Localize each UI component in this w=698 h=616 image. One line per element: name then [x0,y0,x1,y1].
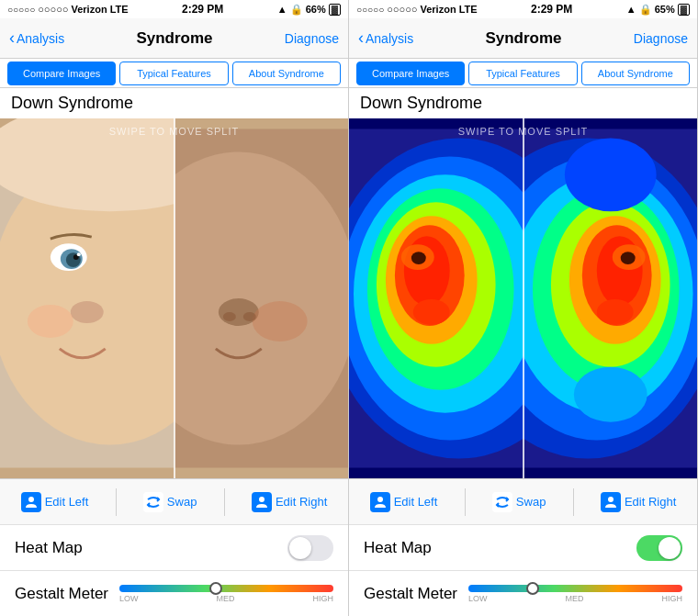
swap-button-left[interactable]: Swap [136,488,205,516]
heatmap-toggle-right[interactable] [636,535,682,561]
gestalt-labels-left: LOW MED HIGH [119,594,333,603]
status-battery-left: ▲ 🔒 66% ▓ [277,4,341,16]
svg-point-8 [71,301,104,323]
tab-about-syndrome-left[interactable]: About Syndrome [232,62,341,85]
person-icon-right-left [255,496,268,509]
svg-point-14 [222,312,235,321]
nav-title-right: Syndrome [485,29,561,48]
edit-right-icon-left [252,492,272,512]
split-line-right [523,118,524,478]
tab-compare-images-left[interactable]: Compare Images [7,62,116,85]
right-phone-panel: ○○○○○ ○○○○○ Verizon LTE 2:29 PM ▲ 🔒 65% … [349,0,698,616]
tab-typical-features-left[interactable]: Typical Features [119,62,228,85]
syndrome-title-left: Down Syndrome [0,88,348,118]
battery-icon-right: ▓ [678,4,690,16]
divider-1-left [116,488,117,516]
svg-point-45 [608,497,614,502]
tab-bar-right: Compare Images Typical Features About Sy… [349,59,697,88]
swap-label-right: Swap [516,495,546,509]
gestalt-row-right: Gestalt Meter LOW MED HIGH [349,570,697,616]
edit-right-button-left[interactable]: Edit Right [244,488,334,516]
action-row-right: Edit Left Swap Edit Right [349,478,697,524]
action-row-left: Edit Left Swap Edit Right [0,478,348,524]
svg-point-40 [620,252,635,264]
swap-label-left: Swap [167,495,197,509]
face-svg-left [0,118,174,478]
svg-point-9 [28,305,73,338]
edit-left-label: Edit Left [45,495,89,509]
gestalt-label-right: Gestalt Meter [364,585,457,603]
swap-icon-right [492,492,512,512]
gestalt-bar-right [468,585,682,592]
edit-right-label-right: Edit Right [625,495,676,509]
battery-percent-right: 65% [655,4,675,15]
person-icon-right-right [604,496,617,509]
carrier-text-left: ○○○○○ Verizon LTE [38,4,128,15]
gps-icon-right: ▲ [626,4,636,15]
gestalt-high-label-left: HIGH [313,594,334,603]
person-icon-left-right [374,496,387,509]
gestalt-med-label-left: MED [217,594,235,603]
swipe-hint-left: SWIPE TO MOVE SPLIT [109,126,239,137]
edit-left-button[interactable]: Edit Left [14,488,96,516]
gestalt-low-label-left: LOW [119,594,139,603]
chevron-left-icon: ‹ [9,28,15,48]
edit-right-button-right[interactable]: Edit Right [593,488,683,516]
gestalt-indicator-right [526,582,539,595]
status-time-right: 2:29 PM [531,3,572,16]
heatmap-label-right: Heat Map [364,539,432,557]
status-time-left: 2:29 PM [182,3,223,16]
tab-compare-images-right[interactable]: Compare Images [356,62,465,85]
split-line-left [174,118,175,478]
gestalt-bar-left [119,585,333,592]
gestalt-indicator-left [209,582,222,595]
image-area-right[interactable]: SWIPE TO MOVE SPLIT [349,118,697,478]
tab-about-syndrome-right[interactable]: About Syndrome [581,62,690,85]
toggle-thumb-right [659,537,681,559]
gestalt-label-left: Gestalt Meter [15,585,108,603]
edit-right-icon-right [601,492,621,512]
gestalt-bar-container-right: LOW MED HIGH [468,585,682,603]
diagnose-button-right[interactable]: Diagnose [634,31,688,46]
edit-left-button-right[interactable]: Edit Left [363,488,445,516]
gestalt-labels-right: LOW MED HIGH [468,594,682,603]
swap-arrows-icon-right [494,494,511,510]
left-phone-panel: ○○○○○ ○○○○○ Verizon LTE 2:29 PM ▲ 🔒 66% … [0,0,349,616]
gestalt-high-label-right: HIGH [662,594,683,603]
svg-point-16 [28,497,34,502]
back-label-right: Analysis [366,31,413,46]
status-carrier-left: ○○○○○ ○○○○○ Verizon LTE [7,4,129,15]
heatmap-face-left [349,118,524,478]
heatmap-row-left: Heat Map [0,524,348,570]
diagnose-button-left[interactable]: Diagnose [285,31,339,46]
status-bar-right: ○○○○○ ○○○○○ Verizon LTE 2:29 PM ▲ 🔒 65% … [349,0,697,18]
back-label-left: Analysis [17,31,64,46]
toggle-thumb-left [289,537,311,559]
back-button-right[interactable]: ‹ Analysis [358,28,413,48]
status-battery-right: ▲ 🔒 65% ▓ [626,4,690,16]
person-icon-left [25,496,38,509]
svg-point-11 [174,151,349,444]
signal-icon: ○○○○○ [7,5,35,15]
divider-2-left [224,488,225,516]
heatmap-toggle-left[interactable] [287,535,333,561]
back-button-left[interactable]: ‹ Analysis [9,28,64,48]
signal-icon-right: ○○○○○ [356,5,384,15]
gestalt-low-label-right: LOW [468,594,488,603]
nav-bar-right: ‹ Analysis Syndrome Diagnose [349,18,697,59]
swap-icon-left [143,492,163,512]
heatmap-label-left: Heat Map [15,539,83,557]
swap-button-right[interactable]: Swap [485,488,554,516]
svg-point-15 [242,312,255,321]
battery-percent-left: 66% [306,4,326,15]
nav-bar-left: ‹ Analysis Syndrome Diagnose [0,18,348,59]
face-svg-right-normal [174,118,349,478]
image-area-left[interactable]: SWIPE TO MOVE SPLIT [0,118,348,478]
heatmap-row-right: Heat Map [349,524,697,570]
battery-icon-left: ▓ [329,4,341,16]
svg-point-42 [573,367,647,422]
tab-typical-features-right[interactable]: Typical Features [468,62,577,85]
tab-bar-left: Compare Images Typical Features About Sy… [0,59,348,88]
heatmap-svg-left [349,118,524,478]
nav-title-left: Syndrome [136,29,212,48]
